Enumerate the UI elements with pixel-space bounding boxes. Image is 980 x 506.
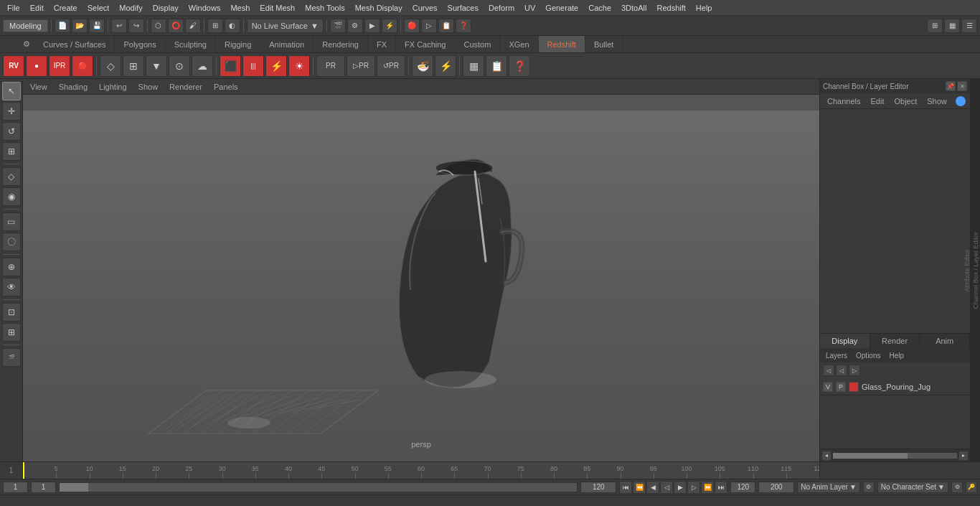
tab-custom[interactable]: Custom (456, 36, 501, 52)
playback-slider[interactable] (59, 482, 578, 492)
open-scene-button[interactable]: 📂 (72, 19, 88, 33)
shape-diamond-btn[interactable]: ◇ (100, 55, 121, 77)
render-view-button[interactable]: 🎬 (330, 19, 346, 33)
tab-bullet[interactable]: Bullet (585, 36, 623, 52)
panel-options-button[interactable]: ☰ (961, 19, 977, 33)
vp-view-menu[interactable]: View (26, 81, 52, 93)
range-start-input[interactable] (730, 482, 755, 493)
panel-layout-button[interactable]: ⊞ (927, 19, 943, 33)
menu-display[interactable]: Display (149, 2, 183, 14)
rotate-tool-btn[interactable]: ↺ (2, 122, 21, 141)
pr-1-btn[interactable]: PR (316, 55, 345, 77)
scroll-left-btn[interactable]: ◂ (821, 451, 831, 461)
step-fwd-btn[interactable]: ⏩ (701, 481, 714, 494)
cb-show-tab[interactable]: Show (924, 95, 950, 107)
light-strip-btn[interactable]: ||| (242, 55, 264, 77)
hide-btn[interactable]: 👁 (2, 278, 21, 296)
rs-ipr2-btn[interactable]: IPR (49, 55, 70, 77)
menu-cache[interactable]: Cache (584, 2, 616, 14)
render-region-btn[interactable]: 🎬 (2, 348, 21, 367)
tab-sculpting[interactable]: Sculpting (166, 36, 216, 52)
menu-3dtoall[interactable]: 3DtoAll (617, 2, 651, 14)
ipr-button[interactable]: ▶ (364, 19, 380, 33)
menu-generate[interactable]: Generate (541, 2, 583, 14)
tab-curves-surfaces[interactable]: Curves / Surfaces (34, 36, 115, 52)
menu-select[interactable]: Select (83, 2, 114, 14)
frame-start-input[interactable] (3, 482, 28, 493)
le-tab-anim[interactable]: Anim (920, 334, 970, 348)
menu-windows[interactable]: Windows (184, 2, 225, 14)
tab-fx[interactable]: FX (368, 36, 396, 52)
tab-settings-btn[interactable]: ⚙ (19, 37, 34, 52)
workspace-dropdown[interactable]: Modeling (3, 19, 48, 32)
poly-select-btn[interactable]: ◇ (2, 167, 21, 186)
panel-grid-button[interactable]: ▦ (944, 19, 960, 33)
transform-tool-btn[interactable]: ✛ (2, 102, 21, 121)
channel-box-layer-tab[interactable]: Channel Box / Layer Editor (971, 229, 980, 312)
playback-end-input[interactable] (580, 482, 616, 493)
menu-file[interactable]: File (3, 2, 24, 14)
cb-edit-tab[interactable]: Edit (867, 95, 887, 107)
jump-end-btn[interactable]: ⏭ (715, 481, 727, 494)
tab-animation[interactable]: Animation (260, 36, 314, 52)
anim-layer-dropdown[interactable]: No Anim Layer ▼ (797, 482, 860, 493)
rs-help-button[interactable]: ❓ (456, 19, 471, 33)
paint-select-button[interactable]: 🖌 (185, 19, 201, 33)
menu-redshift[interactable]: Redshift (652, 2, 689, 14)
pr-3-btn[interactable]: ↺PR (377, 55, 405, 77)
right-panel-pin-btn[interactable]: 📌 (946, 81, 956, 91)
menu-edit-mesh[interactable]: Edit Mesh (255, 2, 299, 14)
save-scene-button[interactable]: 💾 (89, 19, 105, 33)
scale-tool-btn[interactable]: ⊞ (2, 142, 21, 161)
tab-polygons[interactable]: Polygons (115, 36, 165, 52)
tab-xgen[interactable]: XGen (500, 36, 538, 52)
bowl-btn[interactable]: 🍜 (412, 55, 433, 77)
rs-icon-button[interactable]: 🔴 (404, 19, 420, 33)
viewport[interactable]: View Shading Lighting Show Renderer Pane… (23, 79, 819, 462)
shape-cloud-btn[interactable]: ☁ (192, 55, 213, 77)
le-icon-2[interactable]: ◁ (836, 365, 847, 376)
play-fwd-btn[interactable]: ▶ (674, 481, 687, 494)
prev-frame-btn[interactable]: ◀ (646, 481, 659, 494)
menu-modify[interactable]: Modify (115, 2, 146, 14)
tab-fx-caching[interactable]: FX Caching (396, 36, 455, 52)
timeline-ruler[interactable]: 5101520253035404550556065707580859095100… (23, 462, 819, 479)
rs-rec-btn[interactable]: ● (26, 55, 47, 77)
snap-grid-btn[interactable]: ⊞ (2, 323, 21, 342)
vp-panels-menu[interactable]: Panels (209, 81, 242, 93)
le-options-menu[interactable]: Options (853, 350, 883, 361)
menu-surfaces[interactable]: Surfaces (443, 2, 483, 14)
pr-2-btn[interactable]: ▷PR (347, 55, 375, 77)
le-tab-render[interactable]: Render (870, 334, 920, 348)
marquee-btn[interactable]: ▭ (2, 212, 21, 231)
le-tab-display[interactable]: Display (820, 334, 870, 348)
menu-mesh-tools[interactable]: Mesh Tools (301, 2, 349, 14)
rs-log-button[interactable]: 📋 (438, 19, 454, 33)
menu-edit[interactable]: Edit (26, 2, 48, 14)
rs-mat-btn[interactable]: ▦ (463, 55, 484, 77)
select-tool-btn[interactable]: ↖ (2, 82, 21, 100)
menu-mesh-display[interactable]: Mesh Display (351, 2, 407, 14)
attribute-editor-tab[interactable]: Attribute Editor (963, 246, 971, 295)
live-surface-dropdown[interactable]: No Live Surface ▼ (247, 19, 324, 33)
layer-visibility-p[interactable]: P (836, 382, 846, 392)
scrollbar-track[interactable] (833, 453, 957, 459)
vp-lighting-menu[interactable]: Lighting (95, 81, 131, 93)
menu-deform[interactable]: Deform (484, 2, 519, 14)
show-manip-btn[interactable]: ⊕ (2, 258, 21, 276)
rs-ipr-button[interactable]: ▷ (421, 19, 437, 33)
light-area-btn[interactable]: ⬛ (220, 55, 241, 77)
shape-square-btn[interactable]: ⊞ (123, 55, 144, 77)
playhead[interactable] (23, 462, 24, 479)
undo-button[interactable]: ↩ (111, 19, 127, 33)
shape-sphere-btn[interactable]: ⊙ (169, 55, 190, 77)
play-back-btn[interactable]: ◁ (660, 481, 673, 494)
le-icon-1[interactable]: ◁ (823, 365, 834, 376)
char-set-options-btn[interactable]: ⚙ (951, 482, 963, 493)
lasso-btn[interactable]: 〇 (2, 233, 21, 251)
le-layers-menu[interactable]: Layers (823, 350, 850, 361)
rs-render-btn[interactable]: 🔴 (72, 55, 93, 77)
tab-redshift[interactable]: Redshift (539, 36, 585, 52)
snap-point-btn[interactable]: ⊡ (2, 303, 21, 322)
auto-key-btn[interactable]: 🔑 (966, 482, 977, 493)
